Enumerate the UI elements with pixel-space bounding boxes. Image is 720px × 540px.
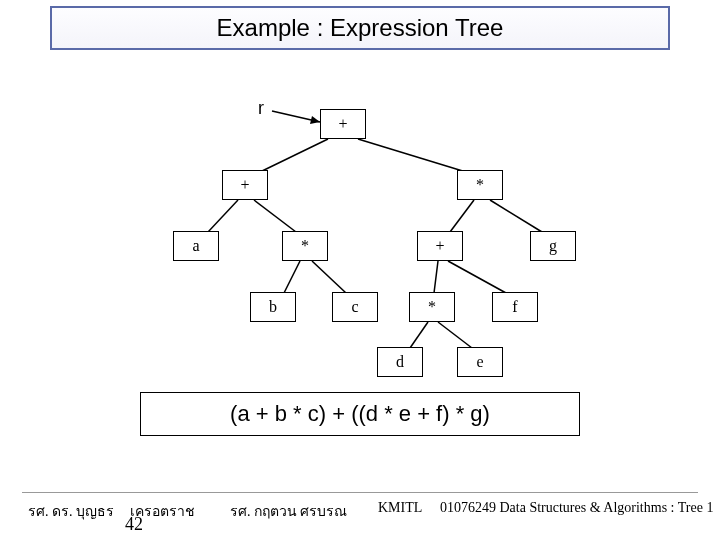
tree-diagram: r + + * a * + g b c * f d e	[0, 0, 720, 540]
svg-line-5	[254, 200, 296, 232]
node-l: +	[222, 170, 268, 200]
node-rll: *	[409, 292, 455, 322]
svg-line-11	[448, 261, 506, 293]
tree-edges	[0, 0, 720, 540]
svg-line-7	[490, 200, 542, 232]
node-lr: *	[282, 231, 328, 261]
footer-author1: รศ. ดร. บุญธร	[28, 500, 114, 522]
node-rllr: e	[457, 347, 503, 377]
root-pointer-label: r	[258, 98, 264, 119]
footer-author3: รศ. กฤตวน	[230, 500, 297, 522]
expression-box: (a + b * c) + ((d * e + f) * g)	[140, 392, 580, 436]
footer-rule	[22, 492, 698, 493]
footer-author4: ศรบรณ	[300, 500, 347, 522]
footer-institution: KMITL	[378, 500, 422, 516]
footer-course: 01076249 Data Structures & Algorithms : …	[440, 500, 713, 516]
node-rlll: d	[377, 347, 423, 377]
node-rlr: f	[492, 292, 538, 322]
slide-number: 42	[125, 514, 143, 535]
svg-line-10	[434, 261, 438, 293]
svg-line-2	[260, 139, 328, 172]
svg-marker-1	[310, 116, 320, 124]
node-root: +	[320, 109, 366, 139]
svg-line-6	[450, 200, 474, 232]
svg-line-8	[284, 261, 300, 293]
svg-line-12	[410, 322, 428, 348]
node-rr: g	[530, 231, 576, 261]
expression-text: (a + b * c) + ((d * e + f) * g)	[230, 401, 490, 427]
node-lrr: c	[332, 292, 378, 322]
node-rl: +	[417, 231, 463, 261]
slide-footer: รศ. ดร. บุญธร เครอตราช รศ. กฤตวน ศรบรณ K…	[0, 492, 720, 540]
svg-line-9	[312, 261, 346, 293]
node-r: *	[457, 170, 503, 200]
svg-line-4	[208, 200, 238, 232]
node-ll: a	[173, 231, 219, 261]
svg-line-13	[438, 322, 472, 348]
svg-line-3	[358, 139, 466, 172]
node-lrl: b	[250, 292, 296, 322]
